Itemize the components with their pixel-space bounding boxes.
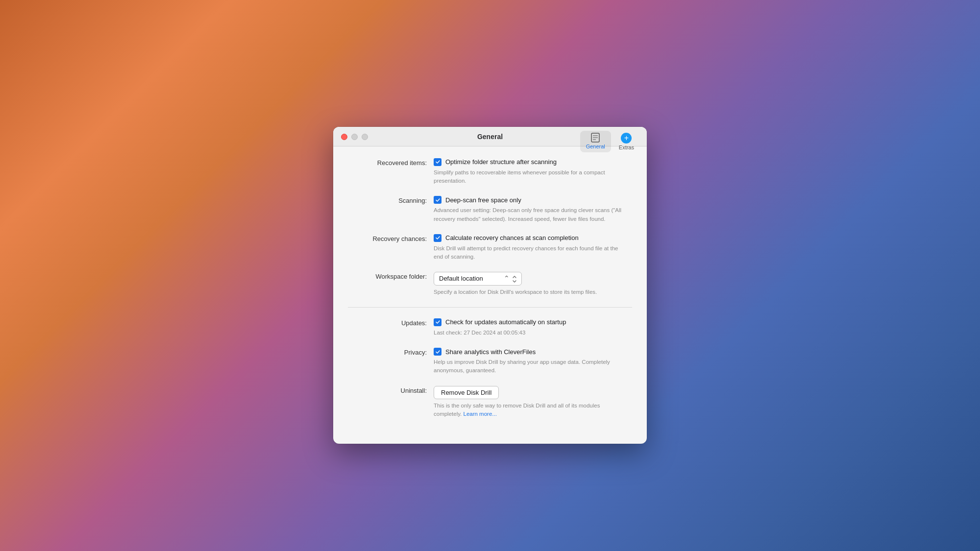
recovery-chances-title: Calculate recovery chances at scan compl… <box>445 234 579 241</box>
scanning-description: Advanced user setting: Deep-scan only fr… <box>434 206 625 223</box>
recovery-chances-description: Disk Drill will attempt to predict recov… <box>434 244 625 262</box>
updates-main: Check for updates automatically on start… <box>434 318 632 326</box>
remove-disk-drill-button[interactable]: Remove Disk Drill <box>434 386 499 399</box>
scanning-checkbox[interactable] <box>434 196 441 204</box>
workspace-folder-dropdown[interactable]: Default location ⌃︎ <box>434 272 522 285</box>
uninstall-main: Remove Disk Drill <box>434 386 632 399</box>
recovered-items-title: Optimize folder structure after scanning <box>445 158 557 166</box>
recovered-items-checkbox[interactable] <box>434 158 441 166</box>
traffic-lights <box>341 134 368 140</box>
scanning-title: Deep-scan free space only <box>445 196 521 204</box>
privacy-content: Share analytics with CleverFiles Help us… <box>434 348 632 375</box>
updates-label: Updates: <box>348 318 434 327</box>
uninstall-label: Uninstall: <box>348 386 434 394</box>
updates-title: Check for updates automatically on start… <box>445 318 566 326</box>
updates-content: Check for updates automatically on start… <box>434 318 632 337</box>
uninstall-content: Remove Disk Drill This is the only safe … <box>434 386 632 419</box>
app-window: General General + Extras <box>333 127 647 444</box>
recovery-chances-row: Recovery chances: Calculate recovery cha… <box>348 234 632 262</box>
maximize-button[interactable] <box>362 134 368 140</box>
privacy-row: Privacy: Share analytics with CleverFile… <box>348 348 632 375</box>
titlebar: General General + Extras <box>333 127 647 146</box>
recovered-items-description: Simplify paths to recoverable items when… <box>434 168 625 186</box>
extras-plus-icon: + <box>621 133 632 144</box>
privacy-label: Privacy: <box>348 348 434 356</box>
workspace-folder-content: Default location ⌃︎ Specify a location f… <box>434 272 632 296</box>
extras-icon: + <box>621 133 632 144</box>
uninstall-row: Uninstall: Remove Disk Drill This is the… <box>348 386 632 419</box>
tab-extras-label: Extras <box>619 144 634 150</box>
scanning-content: Deep-scan free space only Advanced user … <box>434 196 632 223</box>
section-divider <box>348 307 632 308</box>
recovered-items-content: Optimize folder structure after scanning… <box>434 158 632 186</box>
uninstall-description-text: This is the only safe way to remove Disk… <box>434 403 600 417</box>
recovery-chances-label: Recovery chances: <box>348 234 434 242</box>
workspace-folder-description: Specify a location for Disk Drill's work… <box>434 288 625 296</box>
scanning-main: Deep-scan free space only <box>434 196 632 204</box>
general-icon <box>590 133 600 143</box>
privacy-title: Share analytics with CleverFiles <box>445 348 536 356</box>
workspace-folder-main: Default location ⌃︎ <box>434 272 632 285</box>
recovered-items-label: Recovered items: <box>348 158 434 167</box>
privacy-description: Help us improve Disk Drill by sharing yo… <box>434 358 625 375</box>
recovery-chances-main: Calculate recovery chances at scan compl… <box>434 234 632 242</box>
dropdown-value: Default location <box>439 275 501 282</box>
minimize-button[interactable] <box>351 134 358 140</box>
recovery-chances-checkbox[interactable] <box>434 234 441 242</box>
scanning-row: Scanning: Deep-scan free space only Adva… <box>348 196 632 223</box>
privacy-checkbox[interactable] <box>434 348 441 356</box>
toolbar-tabs: General + Extras <box>580 131 640 152</box>
scanning-label: Scanning: <box>348 196 434 204</box>
workspace-folder-row: Workspace folder: Default location ⌃︎ Sp… <box>348 272 632 296</box>
close-button[interactable] <box>341 134 347 140</box>
updates-checkbox[interactable] <box>434 318 441 326</box>
recovery-chances-content: Calculate recovery chances at scan compl… <box>434 234 632 262</box>
uninstall-description: This is the only safe way to remove Disk… <box>434 402 625 419</box>
updates-last-check: Last check: 27 Dec 2024 at 00:05:43 <box>434 329 625 337</box>
privacy-main: Share analytics with CleverFiles <box>434 348 632 356</box>
window-title: General <box>477 133 503 141</box>
recovered-items-main: Optimize folder structure after scanning <box>434 158 632 166</box>
recovered-items-row: Recovered items: Optimize folder structu… <box>348 158 632 186</box>
dropdown-arrow-icon: ⌃︎ <box>504 274 517 283</box>
workspace-folder-label: Workspace folder: <box>348 272 434 280</box>
content-area: Recovered items: Optimize folder structu… <box>333 146 647 444</box>
updates-row: Updates: Check for updates automatically… <box>348 318 632 337</box>
tab-general[interactable]: General <box>580 131 611 152</box>
tab-extras[interactable]: + Extras <box>613 131 640 152</box>
learn-more-link[interactable]: Learn more... <box>464 411 497 417</box>
tab-general-label: General <box>586 144 605 149</box>
